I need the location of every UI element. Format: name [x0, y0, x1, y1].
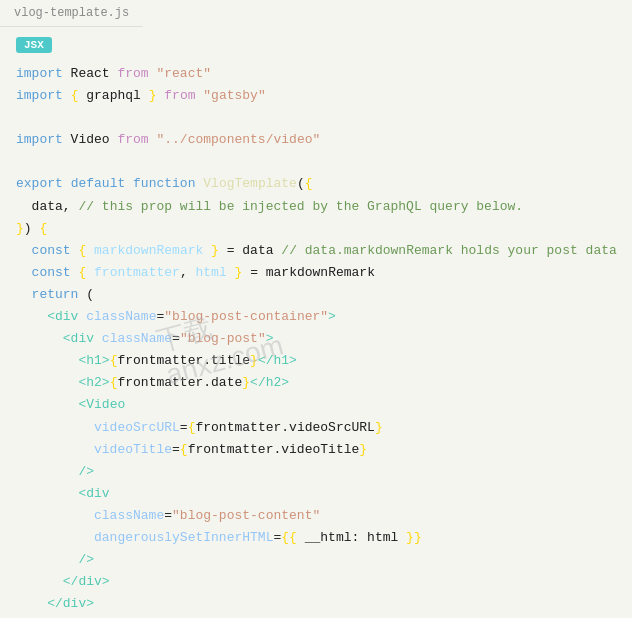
code-line-19: /> [16, 461, 616, 483]
code-line-12: <div className="blog-post-container"> [16, 306, 616, 328]
code-line-16: <Video [16, 394, 616, 416]
code-line-13: <div className="blog-post"> [16, 328, 616, 350]
code-line-25: </div> [16, 593, 616, 615]
code-line-21: className="blog-post-content" [16, 505, 616, 527]
code-line-23: /> [16, 549, 616, 571]
code-line-10: const { frontmatter, html } = markdownRe… [16, 262, 616, 284]
code-line-18: videoTitle={frontmatter.videoTitle} [16, 439, 616, 461]
code-line-24: </div> [16, 571, 616, 593]
file-tab: vlog-template.js [0, 0, 143, 27]
code-area: import React from "react" import { graph… [0, 63, 632, 618]
code-line-1: import React from "react" [16, 63, 616, 85]
code-line-15: <h2>{frontmatter.date}</h2> [16, 372, 616, 394]
code-line-22: dangerouslySetInnerHTML={{ __html: html … [16, 527, 616, 549]
code-line-4: import Video from "../components/video" [16, 129, 616, 151]
code-line-11: return ( [16, 284, 616, 306]
code-line-8: }) { [16, 218, 616, 240]
jsx-badge: JSX [16, 37, 52, 53]
code-line-7: data, // this prop will be injected by t… [16, 196, 616, 218]
code-line-6: export default function VlogTemplate({ [16, 173, 616, 195]
blank-line-5 [16, 151, 616, 173]
code-line-9: const { markdownRemark } = data // data.… [16, 240, 616, 262]
code-line-14: <h1>{frontmatter.title}</h1> [16, 350, 616, 372]
code-line-17: videoSrcURL={frontmatter.videoSrcURL} [16, 417, 616, 439]
code-line-2: import { graphql } from "gatsby" [16, 85, 616, 107]
blank-line-3 [16, 107, 616, 129]
editor-wrapper: JSX import React from "react" import { g… [0, 27, 632, 618]
editor-container: vlog-template.js JSX import React from "… [0, 0, 632, 618]
code-line-20: <div [16, 483, 616, 505]
